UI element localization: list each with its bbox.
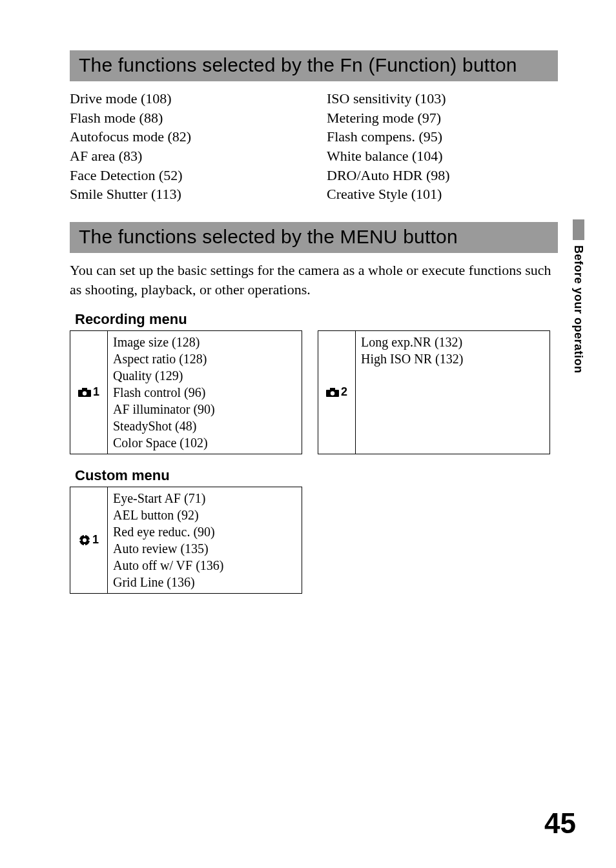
svg-rect-10 <box>79 540 81 541</box>
fn-section-heading: The functions selected by the Fn (Functi… <box>70 50 558 81</box>
fn-item: White balance (104) <box>327 146 558 166</box>
menu-item: SteadyShot (48) <box>113 418 296 434</box>
camera-icon <box>326 388 339 397</box>
side-tab: Before your operation <box>571 219 585 374</box>
menu-item: Grid Line (136) <box>113 574 296 590</box>
menu-item: Aspect ratio (128) <box>113 350 296 367</box>
side-tab-marker <box>573 219 584 240</box>
recording-tab2-items: Long exp.NR (132) High ISO NR (132) <box>356 331 549 454</box>
menu-item: Auto off w/ VF (136) <box>113 557 296 574</box>
fn-item: Autofocus mode (82) <box>70 127 301 146</box>
svg-rect-4 <box>330 388 335 390</box>
svg-point-7 <box>83 538 87 542</box>
fn-functions-list: Drive mode (108) Flash mode (88) Autofoc… <box>70 89 558 204</box>
gear-icon <box>79 534 90 546</box>
menu-item: Flash control (96) <box>113 384 296 401</box>
page-content: The functions selected by the Fn (Functi… <box>0 0 616 868</box>
menu-item: Image size (128) <box>113 334 296 350</box>
svg-rect-8 <box>84 534 85 536</box>
fn-item: Drive mode (108) <box>70 89 301 108</box>
menu-item: High ISO NR (132) <box>361 350 544 367</box>
custom-menu-title: Custom menu <box>75 467 558 484</box>
fn-item: Flash compens. (95) <box>327 127 558 146</box>
svg-rect-11 <box>88 540 90 541</box>
menu-intro-text: You can set up the basic settings for th… <box>70 261 558 299</box>
custom-tab1-label: 1 <box>70 487 108 593</box>
svg-rect-1 <box>82 388 87 390</box>
menu-section-heading: The functions selected by the MENU butto… <box>70 222 558 253</box>
fn-right-column: ISO sensitivity (103) Metering mode (97)… <box>327 89 558 204</box>
fn-left-column: Drive mode (108) Flash mode (88) Autofoc… <box>70 89 301 204</box>
custom-tab1-items: Eye-Start AF (71) AEL button (92) Red ey… <box>108 487 302 593</box>
custom-menu-tab1: 1 Eye-Start AF (71) AEL button (92) Red … <box>70 487 302 594</box>
fn-item: AF area (83) <box>70 146 301 166</box>
menu-item: Color Space (102) <box>113 434 296 451</box>
menu-item: Red eye reduc. (90) <box>113 523 296 540</box>
recording-menu-tab1: 1 Image size (128) Aspect ratio (128) Qu… <box>70 330 302 454</box>
menu-item: Quality (129) <box>113 367 296 384</box>
recording-tab1-items: Image size (128) Aspect ratio (128) Qual… <box>108 331 302 454</box>
tab-number: 1 <box>92 533 99 547</box>
custom-menu-row: 1 Eye-Start AF (71) AEL button (92) Red … <box>70 487 558 594</box>
fn-item: Creative Style (101) <box>327 185 558 204</box>
svg-point-2 <box>83 391 87 395</box>
fn-item: Metering mode (97) <box>327 108 558 128</box>
fn-item: Flash mode (88) <box>70 108 301 128</box>
fn-item: DRO/Auto HDR (98) <box>327 166 558 185</box>
menu-item: Auto review (135) <box>113 540 296 557</box>
recording-tab1-label: 1 <box>70 331 108 454</box>
page-number: 45 <box>544 807 576 840</box>
fn-item: ISO sensitivity (103) <box>327 89 558 108</box>
svg-rect-9 <box>84 544 85 546</box>
tab-number: 2 <box>341 385 347 399</box>
tab-number: 1 <box>93 385 99 399</box>
menu-item: AEL button (92) <box>113 507 296 523</box>
svg-point-5 <box>331 391 334 395</box>
fn-item: Smile Shutter (113) <box>70 185 301 204</box>
menu-item: Long exp.NR (132) <box>361 334 544 350</box>
recording-tab2-label: 2 <box>318 331 356 454</box>
menu-item: AF illuminator (90) <box>113 401 296 418</box>
recording-menu-row: 1 Image size (128) Aspect ratio (128) Qu… <box>70 330 558 454</box>
fn-item: Face Detection (52) <box>70 166 301 185</box>
side-tab-label: Before your operation <box>571 245 585 374</box>
camera-icon <box>78 388 91 397</box>
menu-item: Eye-Start AF (71) <box>113 490 296 507</box>
recording-menu-title: Recording menu <box>75 311 558 328</box>
recording-menu-tab2: 2 Long exp.NR (132) High ISO NR (132) <box>318 330 550 454</box>
